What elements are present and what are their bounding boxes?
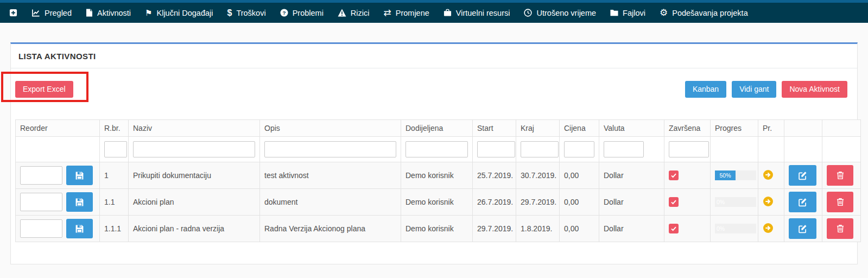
nav-item-pregled[interactable]: Pregled [24, 3, 79, 23]
arrow-circle-right-icon [763, 196, 774, 207]
activities-table: ReorderR.br.NazivOpisDodijeljenaStartKra… [15, 119, 861, 242]
nav-item-add[interactable] [2, 3, 24, 23]
zavrsena-checkbox[interactable] [669, 197, 679, 207]
edit-button[interactable] [789, 218, 816, 239]
column-header-start: Start [473, 120, 516, 137]
folder-icon [610, 9, 618, 16]
filter-input-cijena[interactable] [564, 141, 594, 157]
top-navbar: PregledAktivnosti⚑Ključni Događaji$Trošk… [0, 3, 868, 23]
filter-input-start[interactable] [477, 141, 515, 157]
reorder-input[interactable] [20, 166, 62, 185]
filter-input-valuta[interactable] [604, 141, 644, 157]
cell-pr [758, 189, 784, 216]
delete-button[interactable] [827, 218, 853, 239]
cell-progres: 0% [711, 189, 758, 216]
nav-item-label: Pregled [45, 9, 72, 17]
reorder-input[interactable] [20, 193, 62, 211]
cell-pr [758, 216, 784, 242]
filter-input-kraj[interactable] [521, 141, 559, 157]
filter-input-opis[interactable] [264, 141, 396, 157]
column-header-valuta: Valuta [599, 120, 664, 137]
column-header-naziv: Naziv [129, 120, 260, 137]
cell-delete [822, 216, 861, 242]
clock-icon [524, 9, 532, 17]
cell-cijena: 0,00 [560, 189, 599, 216]
column-header-delete [822, 120, 861, 137]
cell-delete [822, 162, 861, 189]
nav-item-problemi[interactable]: ?Problemi [273, 3, 331, 23]
nav-item-label: Utrošeno vrijeme [536, 9, 596, 17]
nav-item-rizici[interactable]: Rizici [331, 3, 377, 23]
cell-dodijeljena: Demo korisnik [401, 216, 473, 242]
column-header-dodijeljena: Dodijeljena [401, 120, 473, 137]
save-icon [75, 171, 84, 180]
flag-icon: ⚑ [145, 9, 152, 17]
column-header-reorder: Reorder [16, 120, 100, 137]
edit-button[interactable] [789, 192, 816, 212]
filter-cell-cijena [560, 137, 599, 162]
nav-item-aktivnosti[interactable]: Aktivnosti [79, 3, 138, 23]
filter-cell-delete [822, 137, 861, 162]
export-excel-button[interactable]: Export Excel [15, 81, 73, 98]
delete-button[interactable] [827, 165, 853, 186]
nav-item-podesavanja-projekta[interactable]: ⚙Podešavanja projekta [652, 3, 755, 23]
zavrsena-checkbox[interactable] [669, 224, 679, 233]
filter-cell-edit [784, 137, 822, 162]
cell-reorder [16, 216, 100, 242]
promote-button[interactable] [763, 169, 774, 180]
cell-opis: Radna Verzija Akcionog plana [260, 216, 401, 242]
save-reorder-button[interactable] [66, 166, 93, 185]
edit-square-icon [798, 198, 807, 207]
filter-input-dodijeljena[interactable] [406, 141, 468, 157]
nav-item-label: Aktivnosti [97, 9, 131, 17]
edit-button[interactable] [789, 165, 816, 186]
promote-button[interactable] [763, 223, 774, 233]
progress-bar: 0% [715, 197, 756, 207]
cell-start: 26.7.2019. [473, 189, 516, 216]
panel-body: Export Excel Kanban Vidi gant Nova Aktiv… [11, 68, 857, 264]
cell-dodijeljena: Demo korisnik [401, 162, 473, 189]
cell-start: 25.7.2019. [473, 162, 516, 189]
briefcase-icon [443, 9, 452, 17]
cell-kraj: 29.7.2019. [516, 189, 560, 216]
reorder-input[interactable] [20, 219, 62, 238]
reorder-controls [20, 219, 95, 238]
nova-aktivnost-button[interactable]: Nova Aktivnost [782, 81, 847, 98]
nav-item-promjene[interactable]: ⇄Promjene [377, 3, 436, 23]
filter-cell-opis [260, 137, 401, 162]
cell-progres: 50% [711, 162, 758, 189]
nav-item-utroseno-vrijeme[interactable]: Utrošeno vrijeme [517, 3, 603, 23]
promote-button[interactable] [763, 196, 774, 207]
nav-item-troskovi[interactable]: $Troškovi [220, 3, 273, 23]
svg-text:?: ? [282, 10, 286, 16]
vidi-gant-button[interactable]: Vidi gant [732, 81, 776, 98]
save-icon [75, 198, 84, 207]
cell-opis: dokument [260, 189, 401, 216]
zavrsena-checkbox[interactable] [669, 170, 679, 180]
save-reorder-button[interactable] [66, 192, 93, 212]
column-header-kraj: Kraj [516, 120, 560, 137]
cell-naziv: Akcioni plan [129, 189, 260, 216]
column-header-progres: Progres [711, 120, 758, 137]
column-header-edit [784, 120, 822, 137]
nav-item-label: Fajlovi [623, 9, 645, 17]
progress-label: 0% [717, 199, 725, 205]
kanban-button[interactable]: Kanban [685, 81, 726, 98]
column-header-zavrsena: Završena [664, 120, 711, 137]
cell-naziv: Akcioni plan - radna verzija [129, 216, 260, 242]
nav-item-kljucni-dogadjaji[interactable]: ⚑Ključni Događaji [138, 3, 220, 23]
cell-zavrsena [664, 189, 711, 216]
save-reorder-button[interactable] [66, 219, 93, 238]
nav-item-fajlovi[interactable]: Fajlovi [603, 3, 652, 23]
warning-icon [338, 9, 346, 17]
nav-item-virtuelni-resursi[interactable]: Virtuelni resursi [436, 3, 517, 23]
filter-input-zavrsena[interactable] [669, 141, 709, 157]
delete-button[interactable] [827, 192, 853, 212]
filter-input-rbr[interactable] [104, 141, 127, 157]
toolbar-left: Export Excel [15, 81, 73, 98]
filter-input-naziv[interactable] [133, 141, 255, 157]
column-header-cijena: Cijena [560, 120, 599, 137]
cell-valuta: Dollar [599, 216, 664, 242]
filter-cell-kraj [516, 137, 560, 162]
nav-item-label: Virtuelni resursi [456, 9, 510, 17]
